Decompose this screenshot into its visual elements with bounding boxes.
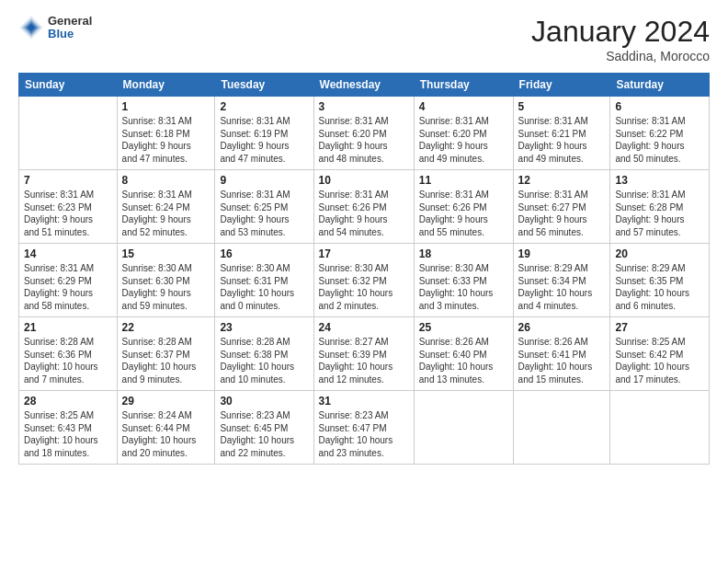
day-cell: 27Sunrise: 8:25 AMSunset: 6:42 PMDayligh…: [610, 317, 710, 391]
header-row: SundayMondayTuesdayWednesdayThursdayFrid…: [19, 74, 710, 97]
day-cell: 23Sunrise: 8:28 AMSunset: 6:38 PMDayligh…: [215, 317, 313, 391]
day-number: 11: [419, 174, 508, 187]
day-number: 17: [319, 247, 409, 260]
day-info: Sunrise: 8:31 AMSunset: 6:26 PMDaylight:…: [319, 189, 409, 238]
month-title: January 2024: [531, 15, 710, 49]
day-info: Sunrise: 8:30 AMSunset: 6:33 PMDaylight:…: [419, 262, 508, 312]
day-info: Sunrise: 8:31 AMSunset: 6:21 PMDaylight:…: [518, 115, 606, 165]
day-cell: 13Sunrise: 8:31 AMSunset: 6:28 PMDayligh…: [610, 170, 710, 244]
day-info: Sunrise: 8:31 AMSunset: 6:24 PMDaylight:…: [122, 189, 210, 238]
location: Saddina, Morocco: [531, 49, 710, 63]
logo: General Blue: [18, 15, 92, 41]
header: General Blue January 2024 Saddina, Moroc…: [18, 15, 710, 63]
day-cell: 17Sunrise: 8:30 AMSunset: 6:32 PMDayligh…: [313, 244, 414, 317]
day-cell: 19Sunrise: 8:29 AMSunset: 6:34 PMDayligh…: [513, 244, 610, 317]
day-info: Sunrise: 8:24 AMSunset: 6:44 PMDaylight:…: [122, 409, 210, 459]
day-info: Sunrise: 8:31 AMSunset: 6:19 PMDaylight:…: [220, 115, 308, 165]
day-info: Sunrise: 8:30 AMSunset: 6:32 PMDaylight:…: [319, 262, 409, 312]
day-cell: 10Sunrise: 8:31 AMSunset: 6:26 PMDayligh…: [313, 170, 414, 244]
day-cell: 9Sunrise: 8:31 AMSunset: 6:25 PMDaylight…: [215, 170, 313, 244]
day-info: Sunrise: 8:31 AMSunset: 6:20 PMDaylight:…: [419, 115, 508, 165]
day-cell: 12Sunrise: 8:31 AMSunset: 6:27 PMDayligh…: [513, 170, 610, 244]
day-number: 19: [518, 247, 606, 260]
day-info: Sunrise: 8:25 AMSunset: 6:42 PMDaylight:…: [615, 336, 704, 385]
day-cell: 15Sunrise: 8:30 AMSunset: 6:30 PMDayligh…: [117, 244, 215, 317]
day-cell: 22Sunrise: 8:28 AMSunset: 6:37 PMDayligh…: [117, 317, 215, 391]
day-number: 9: [220, 174, 308, 187]
day-info: Sunrise: 8:28 AMSunset: 6:36 PMDaylight:…: [24, 336, 112, 385]
day-number: 15: [122, 247, 210, 260]
day-cell: 8Sunrise: 8:31 AMSunset: 6:24 PMDaylight…: [117, 170, 215, 244]
day-cell: 2Sunrise: 8:31 AMSunset: 6:19 PMDaylight…: [215, 97, 313, 170]
day-info: Sunrise: 8:26 AMSunset: 6:41 PMDaylight:…: [518, 336, 606, 385]
day-cell: 26Sunrise: 8:26 AMSunset: 6:41 PMDayligh…: [513, 317, 610, 391]
day-info: Sunrise: 8:26 AMSunset: 6:40 PMDaylight:…: [419, 336, 508, 385]
day-info: Sunrise: 8:31 AMSunset: 6:28 PMDaylight:…: [615, 189, 704, 238]
day-number: 25: [419, 321, 508, 334]
day-number: 30: [220, 395, 308, 408]
day-cell: 1Sunrise: 8:31 AMSunset: 6:18 PMDaylight…: [117, 97, 215, 170]
day-cell: [610, 391, 710, 465]
column-header-tuesday: Tuesday: [215, 74, 313, 97]
day-number: 22: [122, 321, 210, 334]
day-cell: 24Sunrise: 8:27 AMSunset: 6:39 PMDayligh…: [313, 317, 414, 391]
day-info: Sunrise: 8:28 AMSunset: 6:38 PMDaylight:…: [220, 336, 308, 385]
day-number: 7: [24, 174, 112, 187]
day-number: 10: [319, 174, 409, 187]
day-cell: 31Sunrise: 8:23 AMSunset: 6:47 PMDayligh…: [313, 391, 414, 465]
day-info: Sunrise: 8:23 AMSunset: 6:47 PMDaylight:…: [319, 409, 409, 459]
day-info: Sunrise: 8:31 AMSunset: 6:22 PMDaylight:…: [615, 115, 704, 165]
day-number: 12: [518, 174, 606, 187]
day-number: 18: [419, 247, 508, 260]
day-cell: [19, 97, 118, 170]
title-block: January 2024 Saddina, Morocco: [531, 15, 710, 63]
day-info: Sunrise: 8:28 AMSunset: 6:37 PMDaylight:…: [122, 336, 210, 385]
day-cell: 7Sunrise: 8:31 AMSunset: 6:23 PMDaylight…: [19, 170, 118, 244]
day-number: 20: [615, 247, 704, 260]
column-header-friday: Friday: [513, 74, 610, 97]
day-info: Sunrise: 8:31 AMSunset: 6:26 PMDaylight:…: [419, 189, 508, 238]
day-number: 29: [122, 395, 210, 408]
day-number: 16: [220, 247, 308, 260]
column-header-wednesday: Wednesday: [313, 74, 414, 97]
day-cell: [414, 391, 513, 465]
day-cell: 5Sunrise: 8:31 AMSunset: 6:21 PMDaylight…: [513, 97, 610, 170]
column-header-thursday: Thursday: [414, 74, 513, 97]
day-info: Sunrise: 8:31 AMSunset: 6:25 PMDaylight:…: [220, 189, 308, 238]
day-cell: 16Sunrise: 8:30 AMSunset: 6:31 PMDayligh…: [215, 244, 313, 317]
week-row-1: 1Sunrise: 8:31 AMSunset: 6:18 PMDaylight…: [19, 97, 710, 170]
day-cell: 20Sunrise: 8:29 AMSunset: 6:35 PMDayligh…: [610, 244, 710, 317]
page-container: General Blue January 2024 Saddina, Moroc…: [0, 0, 728, 474]
week-row-4: 21Sunrise: 8:28 AMSunset: 6:36 PMDayligh…: [19, 317, 710, 391]
day-info: Sunrise: 8:31 AMSunset: 6:18 PMDaylight:…: [122, 115, 210, 165]
day-number: 27: [615, 321, 704, 334]
logo-icon: [18, 15, 44, 40]
day-number: 24: [319, 321, 409, 334]
column-header-saturday: Saturday: [610, 74, 710, 97]
day-info: Sunrise: 8:27 AMSunset: 6:39 PMDaylight:…: [319, 336, 409, 385]
week-row-5: 28Sunrise: 8:25 AMSunset: 6:43 PMDayligh…: [19, 391, 710, 465]
day-number: 23: [220, 321, 308, 334]
day-cell: 4Sunrise: 8:31 AMSunset: 6:20 PMDaylight…: [414, 97, 513, 170]
day-number: 31: [319, 395, 409, 408]
day-number: 26: [518, 321, 606, 334]
day-cell: 21Sunrise: 8:28 AMSunset: 6:36 PMDayligh…: [19, 317, 118, 391]
logo-blue-text: Blue: [48, 28, 92, 40]
day-number: 6: [615, 100, 704, 113]
day-info: Sunrise: 8:25 AMSunset: 6:43 PMDaylight:…: [24, 409, 112, 459]
day-info: Sunrise: 8:31 AMSunset: 6:23 PMDaylight:…: [24, 189, 112, 238]
day-number: 3: [319, 100, 409, 113]
day-cell: [513, 391, 610, 465]
day-cell: 3Sunrise: 8:31 AMSunset: 6:20 PMDaylight…: [313, 97, 414, 170]
day-number: 5: [518, 100, 606, 113]
day-info: Sunrise: 8:31 AMSunset: 6:29 PMDaylight:…: [24, 262, 112, 312]
day-number: 4: [419, 100, 508, 113]
week-row-2: 7Sunrise: 8:31 AMSunset: 6:23 PMDaylight…: [19, 170, 710, 244]
day-info: Sunrise: 8:30 AMSunset: 6:31 PMDaylight:…: [220, 262, 308, 312]
column-header-sunday: Sunday: [19, 74, 118, 97]
day-number: 1: [122, 100, 210, 113]
day-cell: 30Sunrise: 8:23 AMSunset: 6:45 PMDayligh…: [215, 391, 313, 465]
day-info: Sunrise: 8:29 AMSunset: 6:35 PMDaylight:…: [615, 262, 704, 312]
day-cell: 11Sunrise: 8:31 AMSunset: 6:26 PMDayligh…: [414, 170, 513, 244]
day-cell: 25Sunrise: 8:26 AMSunset: 6:40 PMDayligh…: [414, 317, 513, 391]
